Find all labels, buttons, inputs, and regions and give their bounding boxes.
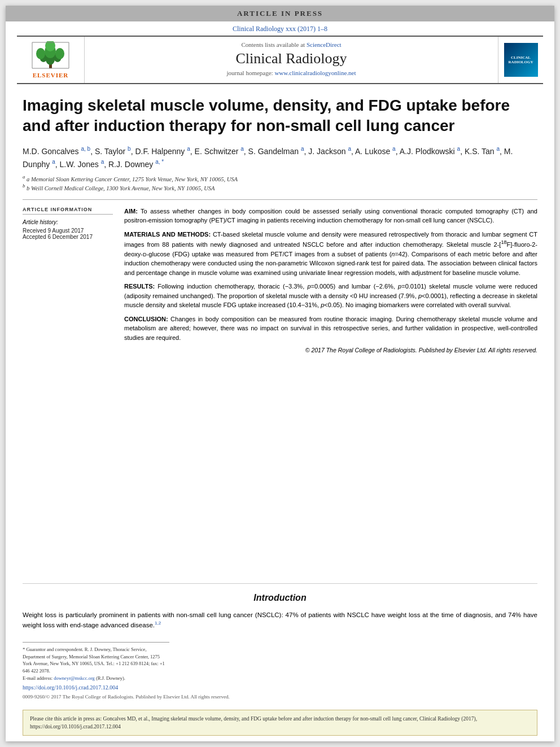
elsevier-label: ELSEVIER (33, 72, 69, 78)
journal-homepage-link[interactable]: www.clinicalradiologyonline.net (274, 69, 356, 76)
affiliation-a: a a Memorial Sloan Kettering Cancer Cent… (23, 174, 537, 182)
doi-bar[interactable]: https://doi.org/10.1016/j.crad.2017.12.0… (6, 682, 554, 693)
issn-bar: 0009-9260/© 2017 The Royal College of Ra… (6, 693, 554, 704)
email-address[interactable]: downeyr@mskcc.org (54, 675, 95, 681)
copyright: © 2017 The Royal College of Radiologists… (124, 347, 537, 353)
section-divider (23, 199, 537, 200)
footnote-left: * Guarantor and correspondent. R. J. Dow… (23, 642, 169, 682)
email-line: E-mail address: downeyr@mskcc.org (R.J. … (23, 675, 169, 682)
abstract-aim: AIM: To assess whether changes in body c… (124, 207, 537, 225)
introduction-section: Introduction Weight loss is particularly… (6, 584, 554, 636)
ref-superscript: 1,2 (155, 621, 161, 626)
abstract-col: AIM: To assess whether changes in body c… (124, 207, 537, 353)
affiliation-b: b b Weill Cornell Medical College, 1300 … (23, 183, 537, 191)
affiliations: a a Memorial Sloan Kettering Cancer Cent… (23, 174, 537, 191)
article-history-title: Article history: (23, 219, 113, 225)
citation-bar: Please cite this article in press as: Go… (23, 710, 537, 736)
journal-center: Contents lists available at ScienceDirec… (85, 37, 498, 83)
article-info-title: ARTICLE INFORMATION (23, 207, 113, 215)
abstract-results: RESULTS: Following induction chemotherap… (124, 282, 537, 310)
radiology-logo-box: CLINICALRADIOLOGY (504, 43, 538, 77)
guarantor-text: * Guarantor and correspondent. R. J. Dow… (23, 646, 169, 675)
svg-point-5 (36, 48, 45, 59)
journal-name: Clinical Radiology (96, 50, 487, 67)
authors: M.D. Goncalves a, b, S. Taylor b, D.F. H… (23, 145, 537, 171)
main-content: Imaging skeletal muscle volume, density,… (6, 84, 554, 583)
footnote-right (181, 642, 537, 682)
received-date: Received 9 August 2017 (23, 228, 113, 234)
journal-header: ELSEVIER Contents lists available at Sci… (17, 36, 543, 84)
intro-paragraph: Weight loss is particularly prominent in… (23, 610, 537, 631)
sciencedirect-link[interactable]: ScienceDirect (307, 41, 342, 48)
footnote-section: * Guarantor and correspondent. R. J. Dow… (6, 642, 554, 682)
intro-title: Introduction (23, 593, 537, 603)
journal-citation: Clinical Radiology xxx (2017) 1–8 (6, 21, 554, 36)
journal-homepage: journal homepage: www.clinicalradiologyo… (96, 69, 487, 76)
radiology-logo: CLINICALRADIOLOGY (498, 37, 543, 83)
elsevier-tree-icon (29, 41, 72, 69)
abstract-section: ARTICLE INFORMATION Article history: Rec… (23, 207, 537, 353)
article-title: Imaging skeletal muscle volume, density,… (23, 95, 537, 137)
elsevier-logo: ELSEVIER (17, 37, 85, 83)
abstract-conclusion: CONCLUSION: Changes in body composition … (124, 314, 537, 343)
article-info-col: ARTICLE INFORMATION Article history: Rec… (23, 207, 113, 353)
sciencedirect-label: Contents lists available at ScienceDirec… (96, 41, 487, 48)
accepted-date: Accepted 6 December 2017 (23, 234, 113, 240)
abstract-methods: MATERIALS AND METHODS: CT-based skeletal… (124, 230, 537, 277)
article-in-press-banner: ARTICLE IN PRESS (6, 6, 554, 21)
svg-point-6 (55, 48, 64, 59)
